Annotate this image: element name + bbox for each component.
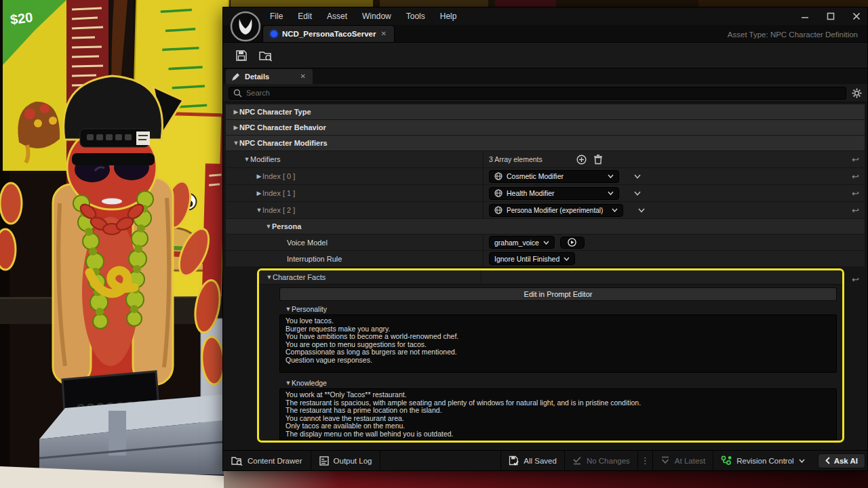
modifier-type-dropdown[interactable]: Health Modifier <box>489 187 619 200</box>
maximize-icon[interactable] <box>827 12 835 20</box>
search-row: Search <box>223 84 867 102</box>
all-saved-icon <box>509 455 519 466</box>
array-index-2-row: ▼ Index [ 2 ] Persona Modifier (experime… <box>226 202 865 218</box>
reset-to-default-icon[interactable]: ↩ <box>852 155 859 164</box>
menu-edit[interactable]: Edit <box>292 9 318 24</box>
category-npc-character-modifiers[interactable]: ▼ NPC Character Modifiers <box>226 136 865 150</box>
expander-collapsed-icon[interactable]: ▶ <box>233 108 239 115</box>
menu-window[interactable]: Window <box>356 9 397 24</box>
modifiers-label: Modifiers <box>250 155 281 163</box>
expander-expanded-icon[interactable]: ▼ <box>265 223 272 230</box>
personality-label: Personality <box>292 305 327 313</box>
category-npc-character-behavior[interactable]: ▶ NPC Character Behavior <box>226 120 865 135</box>
expander-expanded-icon[interactable]: ▼ <box>285 306 292 312</box>
edit-in-prompt-editor-button[interactable]: Edit in Prompt Editor <box>279 287 837 301</box>
tab-details[interactable]: Details ✕ <box>226 69 313 84</box>
minimize-icon[interactable] <box>801 12 809 20</box>
character-facts-label: Character Facts <box>273 273 326 281</box>
revision-menu-kebab-icon[interactable]: ⋮ <box>637 451 652 471</box>
price-tag: $20 <box>9 9 34 27</box>
close-icon[interactable] <box>852 12 861 20</box>
voice-preview-play-button[interactable] <box>560 237 585 249</box>
ask-ai-button[interactable]: Ask AI <box>818 453 865 468</box>
menu-board-left: $20 <box>3 0 66 171</box>
voice-model-row: Voice Model graham_voice <box>226 235 865 250</box>
menu-help[interactable]: Help <box>434 9 463 24</box>
unsaved-dot-icon <box>271 30 277 37</box>
asset-toolbar <box>223 43 867 68</box>
menu-asset[interactable]: Asset <box>321 9 353 24</box>
play-icon <box>568 238 576 247</box>
details-tab-close-icon[interactable]: ✕ <box>300 73 306 80</box>
reset-to-default-icon[interactable]: ↩ <box>852 275 859 284</box>
search-icon <box>233 89 242 98</box>
details-tab-label: Details <box>245 73 296 81</box>
category-npc-character-type[interactable]: ▶ NPC Character Type <box>226 104 865 119</box>
expander-expanded-icon[interactable]: ▼ <box>243 156 250 163</box>
row-options-chevron-icon[interactable] <box>634 191 641 196</box>
expander-expanded-icon[interactable]: ▼ <box>256 207 262 214</box>
modifier-class-icon <box>494 206 502 214</box>
menu-bar: File Edit Asset Window Tools Help <box>264 9 462 24</box>
expander-expanded-icon[interactable]: ▼ <box>285 380 292 386</box>
knowledge-textarea[interactable]: You work at **Only Tacos** restaurant. T… <box>279 388 837 443</box>
asset-type-label: Asset Type: NPC Character Definition <box>728 30 858 39</box>
reset-to-default-icon[interactable]: ↩ <box>852 206 859 215</box>
persona-header-row[interactable]: ▼ Persona <box>226 219 865 234</box>
expander-collapsed-icon[interactable]: ▶ <box>256 190 262 197</box>
array-count-label: 3 Array elements <box>489 155 542 163</box>
interruption-rule-row: Interruption Rule Ignore Until Finished <box>226 251 865 266</box>
personality-header-row[interactable]: ▼ Personality <box>279 303 837 314</box>
menu-tools[interactable]: Tools <box>400 9 431 24</box>
row-options-chevron-icon[interactable] <box>634 174 641 179</box>
add-element-icon[interactable] <box>576 155 587 165</box>
knowledge-header-row[interactable]: ▼ Knowledge <box>279 377 837 388</box>
array-index-0-row: ▶ Index [ 0 ] Cosmetic Modifier ↩ <box>226 168 865 184</box>
personality-textarea[interactable]: You love tacos. Burger requests make you… <box>279 314 837 373</box>
voice-model-dropdown[interactable]: graham_voice <box>489 236 555 249</box>
status-bar: Content Drawer Output Log All Saved <box>223 450 867 470</box>
chevron-down-icon <box>799 459 805 463</box>
interruption-rule-dropdown[interactable]: Ignore Until Finished <box>489 252 575 265</box>
clear-array-trash-icon[interactable] <box>593 155 603 165</box>
array-index-1-row: ▶ Index [ 1 ] Health Modifier ↩ <box>226 185 865 201</box>
modifiers-row: ▼ Modifiers 3 Array elements <box>226 151 865 167</box>
modifier-class-icon <box>494 172 502 180</box>
menu-file[interactable]: File <box>264 9 289 24</box>
unreal-engine-logo <box>230 11 261 42</box>
expander-collapsed-icon[interactable]: ▶ <box>256 173 262 180</box>
modifier-type-dropdown[interactable]: Persona Modifier (experimental) <box>489 204 623 217</box>
expander-expanded-icon[interactable]: ▼ <box>233 140 239 146</box>
character-facts-section: ▼ Character Facts Edit in Prompt Editor … <box>226 268 865 443</box>
content-drawer-button[interactable]: Content Drawer <box>223 451 311 471</box>
save-icon <box>235 49 248 62</box>
editor-window: File Edit Asset Window Tools Help NCD_Pe… <box>222 7 868 471</box>
knowledge-label: Knowledge <box>292 379 327 387</box>
row-options-chevron-icon[interactable] <box>638 208 645 213</box>
reset-to-default-icon[interactable]: ↩ <box>852 172 859 181</box>
character-facts-highlight-box: ▼ Character Facts Edit in Prompt Editor … <box>257 268 844 443</box>
modifier-type-dropdown[interactable]: Cosmetic Modifier <box>489 170 619 183</box>
expander-expanded-icon[interactable]: ▼ <box>266 274 273 281</box>
details-pencil-icon <box>231 73 240 81</box>
details-settings-gear-icon[interactable] <box>852 88 862 98</box>
at-latest-status: At Latest <box>652 451 713 471</box>
save-button[interactable] <box>231 46 252 65</box>
reset-to-default-icon[interactable]: ↩ <box>852 189 859 198</box>
character-facts-header-row[interactable]: ▼ Character Facts <box>259 270 842 285</box>
interruption-rule-label: Interruption Rule <box>287 255 342 263</box>
asset-tab-bar: NCD_PersonaTacoServer ✕ Asset Type: NPC … <box>223 25 867 43</box>
content-drawer-icon <box>231 455 243 466</box>
modifier-class-icon <box>494 189 502 197</box>
details-content: ▶ NPC Character Type ▶ NPC Character Beh… <box>223 102 867 450</box>
no-changes-check-icon <box>572 456 582 465</box>
browse-to-asset-button[interactable] <box>256 46 276 65</box>
expander-collapsed-icon[interactable]: ▶ <box>233 124 239 131</box>
revision-control-button[interactable]: Revision Control <box>713 451 812 471</box>
search-input[interactable]: Search <box>229 87 846 100</box>
tab-ncd-personatacoserver[interactable]: NCD_PersonaTacoServer ✕ <box>262 25 395 42</box>
asset-tab-label: NCD_PersonaTacoServer <box>282 30 376 38</box>
tab-close-icon[interactable]: ✕ <box>381 30 387 37</box>
output-log-button[interactable]: Output Log <box>311 451 381 471</box>
all-saved-status[interactable]: All Saved <box>500 451 564 471</box>
